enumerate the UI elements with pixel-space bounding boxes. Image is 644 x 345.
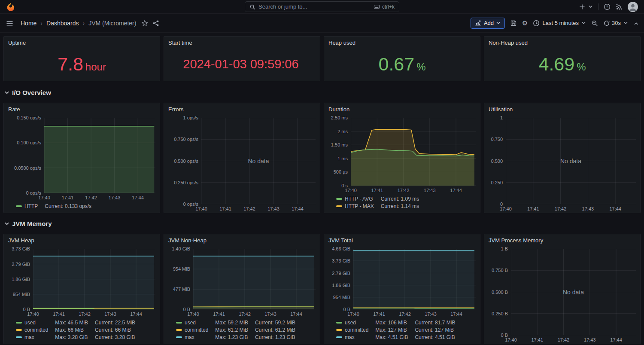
zoom-out-button[interactable]	[591, 20, 598, 27]
y-axis-label: 1.40 GiB	[172, 246, 190, 251]
grafana-logo-icon[interactable]	[6, 2, 15, 12]
share-button[interactable]	[152, 20, 159, 27]
plot-area[interactable]	[351, 118, 476, 186]
chart-area: 0 ops/s0.250 ops/s0.500 ops/s0.750 ops/s…	[164, 114, 320, 213]
refresh-interval-label: 30s	[612, 20, 621, 26]
chart-area: 00.2500.5000.7501No data17:4017:4117:421…	[484, 114, 640, 213]
time-range-label: Last 5 minutes	[542, 20, 579, 26]
stat-number: 4.69	[538, 55, 574, 73]
x-axis-label: 17:43	[264, 311, 276, 317]
section-header-jvm-memory[interactable]: JVM Memory	[3, 216, 641, 231]
y-axis: 0 ops/s0.250 ops/s0.500 ops/s0.750 ops/s…	[166, 118, 201, 204]
y-axis-label: 954 MiB	[13, 292, 30, 297]
legend-swatch	[336, 336, 342, 338]
add-panel-button[interactable]: Add	[471, 18, 505, 29]
legend-item[interactable]: usedMax: 106 MiBCurrent: 81.7 MiB	[336, 319, 462, 326]
y-axis-label: 0.100 ops/s	[17, 140, 41, 145]
x-axis-label: 17:42	[558, 337, 570, 342]
y-axis: 00.2500.5000.7501	[486, 118, 506, 204]
legend-item[interactable]: usedMax: 59.2 MiBCurrent: 59.2 MiB	[176, 319, 302, 326]
search-box[interactable]: ctrl+k	[245, 1, 399, 12]
legend-series-value: Max: 1.23 GiB	[215, 333, 255, 341]
panel-title[interactable]: Non-Heap used	[484, 37, 640, 48]
panel-title[interactable]: Duration	[324, 103, 480, 114]
time-range-picker[interactable]: Last 5 minutes	[533, 20, 586, 27]
legend-item[interactable]: committedMax: 61.2 MiBCurrent: 61.2 MiB	[176, 326, 302, 333]
menu-toggle-button[interactable]	[6, 20, 13, 27]
legend-item[interactable]: maxMax: 1.23 GiBCurrent: 1.23 GiB	[176, 333, 302, 341]
section-header-io-overview[interactable]: I/O Overview	[3, 85, 641, 100]
legend: usedMax: 106 MiBCurrent: 81.7 MiBcommitt…	[324, 318, 480, 344]
gear-icon: ⚙	[522, 20, 528, 26]
breadcrumb-separator: ›	[83, 20, 85, 27]
y-axis-label: 0.500 ops/s	[174, 159, 198, 164]
breadcrumb-home[interactable]: Home	[21, 20, 36, 27]
legend-item[interactable]: HTTP - AVGCurrent: 1.09 ms	[336, 195, 426, 202]
breadcrumb: Home › Dashboards › JVM (Micrometer)	[21, 20, 136, 27]
legend-item[interactable]: maxMax: 3.28 GiBCurrent: 3.28 GiB	[16, 333, 142, 341]
legend-item[interactable]: HTTP - MAXCurrent: 1.14 ms	[336, 202, 426, 210]
legend-item[interactable]: committedMax: 127 MiBCurrent: 127 MiB	[336, 326, 462, 333]
plot-area[interactable]: No data	[511, 249, 636, 335]
search-input[interactable]	[258, 3, 371, 10]
collapse-controls-button[interactable]	[633, 21, 638, 25]
legend-series-value: Max: 127 MiB	[375, 326, 415, 333]
star-icon	[141, 20, 148, 27]
refresh-interval-picker[interactable]: 30s	[612, 20, 628, 26]
dashboard-toolbar: Home › Dashboards › JVM (Micrometer) Add	[0, 14, 644, 33]
chevron-down-icon	[623, 21, 628, 25]
panel-title[interactable]: JVM Non-Heap	[164, 234, 320, 245]
refresh-button[interactable]	[603, 20, 610, 27]
breadcrumb-dashboards[interactable]: Dashboards	[46, 20, 79, 27]
legend-item[interactable]: HTTPCurrent: 0.133 ops/s	[16, 202, 98, 210]
panel-title[interactable]: JVM Process Memory	[484, 234, 640, 245]
y-axis-label: 1 ms	[337, 156, 348, 161]
y-axis: 0 s500 µs1 ms1.50 ms2 ms2.50 ms	[326, 118, 351, 186]
help-button[interactable]: ?	[604, 3, 611, 10]
panel-title[interactable]: Rate	[4, 103, 160, 114]
panel-title[interactable]: Uptime	[4, 37, 160, 48]
panel-title[interactable]: Start time	[164, 37, 320, 48]
y-axis-label: 0.150 ops/s	[17, 115, 41, 120]
plot-area[interactable]: No data	[506, 118, 636, 204]
save-dashboard-button[interactable]	[510, 20, 517, 27]
plot-area[interactable]	[353, 249, 476, 309]
stats-row: Uptime 7.8 hour Start time 2024-01-03 09…	[3, 36, 641, 81]
y-axis-label: 2 ms	[337, 129, 348, 134]
x-axis: 17:4017:4117:4217:4317:44	[351, 186, 476, 194]
panel-title[interactable]: Heap used	[324, 37, 480, 48]
y-axis: 0 B954 MiB1.86 GiB2.79 GiB3.73 GiB	[6, 249, 33, 309]
dashboard-settings-button[interactable]: ⚙	[522, 20, 528, 26]
refresh-group: 30s	[603, 20, 628, 27]
x-axis-label: 17:42	[399, 311, 411, 317]
plot-area[interactable]	[33, 249, 155, 309]
legend-item[interactable]: maxMax: 4.51 GiBCurrent: 4.51 GiB	[336, 333, 462, 341]
news-button[interactable]	[616, 3, 623, 10]
y-axis-label: 500 µs	[334, 169, 348, 174]
chart-area: 0 B954 MiB1.86 GiB2.79 GiB3.73 GiB17:401…	[4, 245, 160, 318]
plot-area[interactable]	[193, 249, 316, 309]
favorite-button[interactable]	[141, 20, 148, 27]
keyboard-icon	[374, 3, 380, 10]
y-axis-label: 0.500 B	[492, 290, 508, 295]
panel-title[interactable]: JVM Heap	[4, 234, 160, 245]
dashboard-grid: Uptime 7.8 hour Start time 2024-01-03 09…	[0, 33, 644, 345]
panel-errors: Errors0 ops/s0.250 ops/s0.500 ops/s0.750…	[164, 103, 320, 213]
section-title: I/O Overview	[12, 89, 51, 96]
panel-title[interactable]: Utilisation	[484, 103, 640, 114]
panel-title[interactable]: JVM Total	[324, 234, 480, 245]
x-axis: 17:4017:4117:4217:4317:44	[506, 204, 636, 213]
panel-title[interactable]: Errors	[164, 103, 320, 114]
plot-area[interactable]	[44, 118, 155, 193]
legend-series-value: Max: 59.2 MiB	[215, 319, 255, 326]
save-icon	[510, 20, 517, 27]
legend-item[interactable]: usedMax: 46.5 MiBCurrent: 22.5 MiB	[16, 319, 142, 326]
legend-item[interactable]: committedMax: 66 MiBCurrent: 66 MiB	[16, 326, 142, 333]
x-axis-label: 17:40	[38, 195, 50, 200]
new-menu-button[interactable]	[579, 3, 593, 10]
panel-utilisation: Utilisation00.2500.5000.7501No data17:40…	[484, 103, 641, 213]
legend-series-name: committed	[185, 326, 215, 333]
user-avatar[interactable]	[628, 2, 638, 12]
panel-start-time: Start time 2024-01-03 09:59:06	[164, 36, 320, 81]
plot-area[interactable]: No data	[201, 118, 316, 204]
